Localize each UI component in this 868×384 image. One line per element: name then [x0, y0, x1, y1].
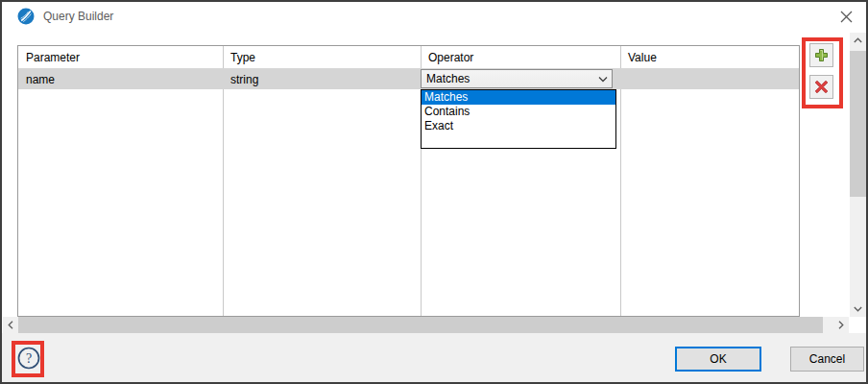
delete-row-button[interactable]	[809, 75, 833, 99]
close-icon[interactable]	[837, 8, 855, 25]
question-mark-icon: ?	[17, 347, 40, 370]
table-header-row: Parameter Type Operator Value	[18, 46, 799, 69]
horizontal-scroll-track[interactable]	[823, 317, 833, 333]
ok-button[interactable]: OK	[675, 347, 761, 372]
horizontal-scrollbar[interactable]	[3, 317, 849, 333]
column-header-value[interactable]: Value	[620, 51, 799, 64]
column-header-parameter[interactable]: Parameter	[18, 51, 223, 64]
column-header-operator[interactable]: Operator	[421, 51, 620, 64]
cell-type[interactable]: string	[223, 73, 421, 86]
title-bar: Query Builder	[2, 2, 866, 31]
cancel-button[interactable]: Cancel	[790, 347, 864, 372]
query-table: Parameter Type Operator Value name strin…	[17, 45, 800, 317]
vertical-scroll-track[interactable]	[850, 197, 866, 301]
query-builder-dialog: Query Builder Parameter Type Operator Va…	[0, 0, 868, 384]
app-logo-icon	[17, 8, 35, 25]
dropdown-option-matches[interactable]: Matches	[422, 90, 615, 105]
horizontal-scroll-thumb[interactable]	[18, 317, 823, 333]
cell-parameter[interactable]: name	[18, 73, 223, 86]
scroll-down-icon[interactable]	[850, 301, 866, 317]
operator-select-value: Matches	[426, 72, 470, 85]
table-row[interactable]: name string	[18, 69, 799, 89]
scroll-up-icon[interactable]	[850, 33, 866, 48]
svg-text:?: ?	[25, 351, 31, 366]
vertical-scrollbar[interactable]	[850, 33, 866, 317]
red-x-icon	[814, 80, 829, 94]
add-row-button[interactable]	[809, 43, 833, 67]
dropdown-option-contains[interactable]: Contains	[422, 105, 615, 119]
operator-dropdown-list: Matches Contains Exact	[421, 89, 616, 149]
green-plus-icon	[814, 48, 829, 62]
operator-select[interactable]: Matches	[421, 69, 613, 88]
dropdown-option-exact[interactable]: Exact	[422, 119, 615, 133]
chevron-down-icon	[598, 75, 608, 84]
scroll-left-icon[interactable]	[3, 317, 18, 333]
scroll-right-icon[interactable]	[833, 317, 849, 333]
vertical-scroll-thumb[interactable]	[850, 51, 866, 197]
help-button[interactable]: ?	[16, 346, 40, 370]
column-header-type[interactable]: Type	[223, 51, 421, 64]
window-title: Query Builder	[43, 10, 113, 23]
